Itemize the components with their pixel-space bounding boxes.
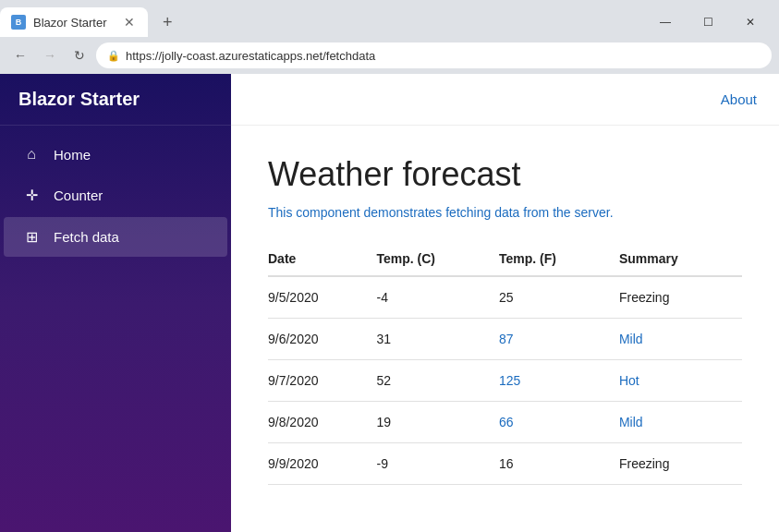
cell-tempf: 125 [499, 360, 619, 402]
back-button[interactable]: ← [7, 42, 33, 68]
sidebar-item-fetchdata[interactable]: ⊞ Fetch data [4, 217, 227, 257]
cell-summary: Hot [619, 360, 742, 402]
cell-tempf: 87 [499, 319, 619, 360]
sidebar: Blazor Starter ⌂ Home ✛ Counter ⊞ Fetch … [0, 74, 231, 532]
lock-icon: 🔒 [107, 50, 120, 62]
app-container: Blazor Starter ⌂ Home ✛ Counter ⊞ Fetch … [0, 74, 779, 532]
cell-tempf: 16 [499, 443, 619, 485]
cell-tempf: 25 [499, 276, 619, 319]
tab-title: Blazor Starter [33, 16, 106, 30]
col-header-tempf: Temp. (F) [499, 242, 619, 276]
weather-table: Date Temp. (C) Temp. (F) Summary 9/5/202… [268, 242, 742, 485]
sidebar-item-home-label: Home [54, 147, 91, 163]
sidebar-item-counter-label: Counter [54, 187, 103, 203]
browser-tab[interactable]: B Blazor Starter ✕ [0, 7, 148, 37]
page-subtitle: This component demonstrates fetching dat… [268, 205, 742, 220]
table-row: 9/7/2020 52 125 Hot [268, 360, 742, 402]
cell-summary: Mild [619, 402, 742, 443]
cell-date: 9/9/2020 [268, 443, 377, 485]
top-bar: About [231, 74, 779, 126]
col-header-tempc: Temp. (C) [377, 242, 500, 276]
table-row: 9/9/2020 -9 16 Freezing [268, 443, 742, 485]
restore-button[interactable]: ☐ [687, 7, 729, 37]
grid-icon: ⊞ [22, 228, 41, 246]
cell-date: 9/7/2020 [268, 360, 377, 402]
cell-summary: Freezing [619, 276, 742, 319]
cell-date: 9/6/2020 [268, 319, 377, 360]
address-bar[interactable]: 🔒 https://jolly-coast.azurestaticapps.ne… [96, 42, 772, 68]
url-text: https://jolly-coast.azurestaticapps.net/… [126, 49, 375, 63]
plus-icon: ✛ [22, 187, 41, 204]
cell-tempc: -9 [377, 443, 500, 485]
forward-button[interactable]: → [37, 42, 63, 68]
table-row: 9/6/2020 31 87 Mild [268, 319, 742, 360]
table-row: 9/8/2020 19 66 Mild [268, 402, 742, 443]
window-controls: — ☐ ✕ [644, 7, 779, 37]
sidebar-logo: Blazor Starter [0, 74, 231, 126]
cell-tempc: 31 [377, 319, 500, 360]
nav-bar: ← → ↻ 🔒 https://jolly-coast.azurestatica… [0, 37, 779, 74]
browser-window: B Blazor Starter ✕ + — ☐ ✕ ← → ↻ 🔒 https… [0, 0, 779, 532]
cell-summary: Mild [619, 319, 742, 360]
page-title: Weather forecast [268, 155, 742, 194]
sidebar-item-fetchdata-label: Fetch data [54, 229, 119, 245]
main-content: About Weather forecast This component de… [231, 74, 779, 532]
cell-tempc: 52 [377, 360, 500, 402]
cell-tempc: 19 [377, 402, 500, 443]
cell-date: 9/8/2020 [268, 402, 377, 443]
cell-tempc: -4 [377, 276, 500, 319]
sidebar-nav: ⌂ Home ✛ Counter ⊞ Fetch data [0, 126, 231, 266]
home-icon: ⌂ [22, 146, 41, 163]
tab-close-button[interactable]: ✕ [122, 15, 137, 30]
refresh-button[interactable]: ↻ [67, 42, 92, 68]
table-header-row: Date Temp. (C) Temp. (F) Summary [268, 242, 742, 276]
sidebar-item-home[interactable]: ⌂ Home [4, 135, 227, 174]
col-header-date: Date [268, 242, 377, 276]
tab-favicon: B [11, 15, 26, 30]
cell-date: 9/5/2020 [268, 276, 377, 319]
col-header-summary: Summary [619, 242, 742, 276]
about-link[interactable]: About [721, 91, 757, 107]
close-button[interactable]: ✕ [729, 7, 772, 37]
table-row: 9/5/2020 -4 25 Freezing [268, 276, 742, 319]
cell-summary: Freezing [619, 443, 742, 485]
tab-bar: B Blazor Starter ✕ + — ☐ ✕ [0, 0, 779, 37]
minimize-button[interactable]: — [644, 7, 687, 37]
sidebar-item-counter[interactable]: ✛ Counter [4, 175, 227, 215]
content-area: Weather forecast This component demonstr… [231, 126, 779, 532]
new-tab-button[interactable]: + [155, 13, 180, 32]
cell-tempf: 66 [499, 402, 619, 443]
